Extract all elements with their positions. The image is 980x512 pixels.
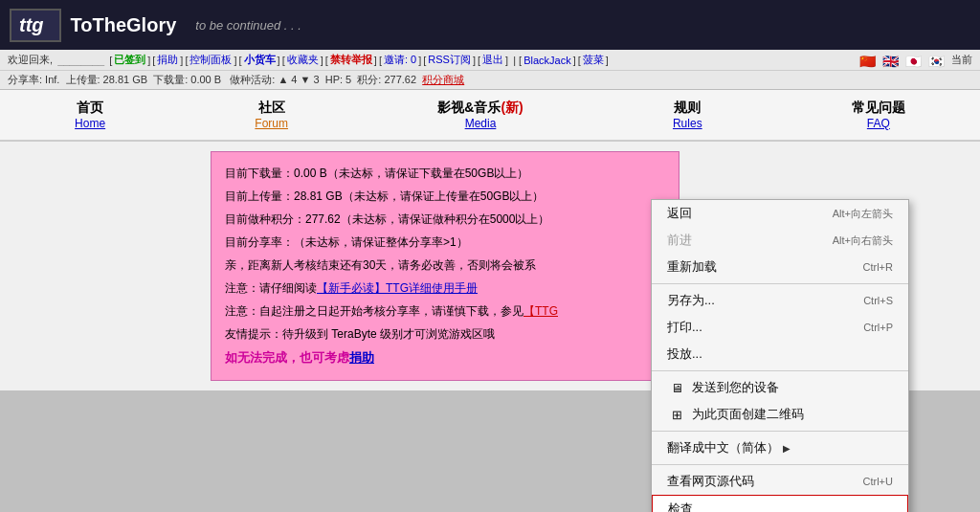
sep: ] xyxy=(473,55,476,66)
ctx-save[interactable]: 另存为... Ctrl+S xyxy=(652,287,908,314)
ctx-qr[interactable]: ⊞ 为此页面创建二维码 xyxy=(652,401,908,428)
nav-media[interactable]: 影视&音乐(新) Media xyxy=(418,96,542,134)
ctx-inspect[interactable]: 检查 xyxy=(652,495,908,512)
notice-line-1: 目前下载量：0.00 B（未达标，请保证下载量在50GB以上） xyxy=(225,162,665,185)
rss-link[interactable]: RSS订阅 xyxy=(428,53,471,67)
sep: [ xyxy=(239,55,242,66)
topnav: 欢迎回来, ________ [ 已签到 ] [ 捐助 ] [ 控制面板 ] [… xyxy=(0,50,980,71)
notice-line-3: 目前做种积分：277.62（未达标，请保证做种积分在5000以上） xyxy=(225,208,665,231)
nav-forum-en: Forum xyxy=(255,117,288,130)
nav-home-cn: 首页 xyxy=(75,100,105,117)
nav-home[interactable]: 首页 Home xyxy=(56,96,124,134)
notice-line-7: 注意：自起注册之日起开始考核分享率，请谨慎下载，参见【TTG xyxy=(225,300,665,323)
sep: [ xyxy=(325,55,328,66)
translate-arrow: ▶ xyxy=(783,443,791,454)
logo-box: ttg xyxy=(10,9,61,42)
share-info: 分享率: Inf. 上传量: 28.81 GB 下载量: 0.00 B 做种活动… xyxy=(8,74,422,85)
flag-kr[interactable]: 🇰🇷 xyxy=(928,54,947,67)
panel-link[interactable]: 控制面板 xyxy=(189,53,232,67)
username: ________ xyxy=(55,55,107,66)
sep: [ xyxy=(423,55,426,66)
sep: ] xyxy=(180,55,183,66)
ctx-back[interactable]: 返回 Alt+向左箭头 xyxy=(652,200,908,227)
ctx-reload[interactable]: 重新加载 Ctrl+R xyxy=(652,254,908,280)
ctx-translate[interactable]: 翻译成中文（简体）▶ xyxy=(652,434,908,461)
report-link[interactable]: 禁转举报 xyxy=(330,53,372,67)
sep: ] xyxy=(278,55,280,66)
nav-rules[interactable]: 规则 Rules xyxy=(654,96,722,134)
ctx-forward: 前进 Alt+向右箭头 xyxy=(652,227,908,254)
logout-link[interactable]: 退出 xyxy=(482,53,503,67)
ctx-cast-label: 投放... xyxy=(667,345,893,363)
context-menu: 返回 Alt+向左箭头 前进 Alt+向右箭头 重新加载 Ctrl+R 另存为.… xyxy=(651,199,909,512)
ttg-link[interactable]: 【TTG xyxy=(523,304,558,318)
qr-icon: ⊞ xyxy=(667,408,686,422)
ctx-qr-label: 为此页面创建二维码 xyxy=(692,406,893,423)
ctx-cast[interactable]: 投放... xyxy=(652,341,908,367)
flag-extra: 当前 xyxy=(951,53,972,67)
ctx-save-shortcut: Ctrl+S xyxy=(863,295,893,306)
ctx-back-label: 返回 xyxy=(667,205,833,222)
sep: ] xyxy=(606,55,609,66)
ctx-view-source[interactable]: 查看网页源代码 Ctrl+U xyxy=(652,468,908,495)
ctx-forward-shortcut: Alt+向右箭头 xyxy=(833,234,893,248)
sep: ] xyxy=(418,55,421,66)
ctx-sep-2 xyxy=(652,370,908,371)
flags: 🇨🇳 🇬🇧 🇯🇵 🇰🇷 当前 xyxy=(859,53,972,67)
header: ttg ToTheGlory to be continued . . . xyxy=(0,0,980,50)
sep: [ xyxy=(379,55,382,66)
sep: [ xyxy=(185,55,188,66)
nav-forum[interactable]: 社区 Forum xyxy=(235,96,307,134)
notice-box: 目前下载量：0.00 B（未达标，请保证下载量在50GB以上） 目前上传量：28… xyxy=(211,151,679,381)
ctx-print[interactable]: 打印... Ctrl+P xyxy=(652,314,908,341)
donate-notice-link[interactable]: 捐助 xyxy=(349,350,374,365)
flag-gb[interactable]: 🇬🇧 xyxy=(882,54,902,67)
sep: [ xyxy=(478,55,480,66)
ctx-reload-label: 重新加载 xyxy=(667,258,863,276)
nav-rules-en: Rules xyxy=(673,117,702,130)
notice-line-9: 如无法完成，也可考虑捐助 xyxy=(225,345,665,370)
invite-link[interactable]: 邀请: 0 xyxy=(384,53,416,67)
flag-jp[interactable]: 🇯🇵 xyxy=(905,54,924,67)
donate-link[interactable]: 捐助 xyxy=(157,53,178,67)
ctx-reload-shortcut: Ctrl+R xyxy=(863,261,893,273)
logo-ttg: ttg xyxy=(19,14,44,36)
ctx-view-source-label: 查看网页源代码 xyxy=(667,473,863,490)
sep: ] xyxy=(374,55,377,66)
flag-cn[interactable]: 🇨🇳 xyxy=(859,54,879,67)
blackjack-link[interactable]: BlackJack xyxy=(523,55,571,66)
nav-forum-cn: 社区 xyxy=(255,100,288,117)
ctx-print-shortcut: Ctrl+P xyxy=(863,322,893,333)
ctx-send-device-label: 发送到您的设备 xyxy=(692,379,893,396)
sep: [ xyxy=(578,55,581,66)
nav-faq[interactable]: 常见问题 FAQ xyxy=(833,96,924,134)
nav-faq-en: FAQ xyxy=(852,117,905,130)
fav-link[interactable]: 收藏夹 xyxy=(287,53,319,67)
bocai-link[interactable]: 菠菜 xyxy=(583,53,604,67)
sep: ] xyxy=(505,55,508,66)
ctx-back-shortcut: Alt+向左箭头 xyxy=(833,207,893,221)
notice-line-2: 目前上传量：28.81 GB（未达标，请保证上传量在50GB以上） xyxy=(225,185,665,208)
welcome-text: 欢迎回来, xyxy=(8,53,53,67)
sep: [ xyxy=(282,55,285,66)
nav-faq-cn: 常见问题 xyxy=(852,100,905,117)
sep: ] xyxy=(147,55,150,66)
ctx-send-device[interactable]: 🖥 发送到您的设备 xyxy=(652,374,908,401)
tagline: to be continued . . . xyxy=(195,18,301,33)
ctx-sep-1 xyxy=(652,283,908,284)
sep: | [ xyxy=(510,55,522,66)
monitor-icon: 🖥 xyxy=(667,381,686,395)
left-panel xyxy=(0,142,201,390)
mainnav: 首页 Home 社区 Forum 影视&音乐(新) Media 规则 Rules… xyxy=(0,90,980,142)
infobar: 分享率: Inf. 上传量: 28.81 GB 下载量: 0.00 B 做种活动… xyxy=(0,71,980,90)
ctx-save-label: 另存为... xyxy=(667,292,863,309)
sep: [ xyxy=(152,55,155,66)
signed-in-link[interactable]: 已签到 xyxy=(114,53,145,67)
nav-media-en: Media xyxy=(437,117,523,130)
ctx-forward-label: 前进 xyxy=(667,232,833,249)
notice-line-6: 注意：请仔细阅读【新手必读】TTG详细使用手册 xyxy=(225,277,665,300)
cart-link[interactable]: 小货车 xyxy=(244,53,276,67)
pts-shop-link[interactable]: 积分商城 xyxy=(422,74,464,85)
newbie-link[interactable]: 【新手必读】TTG详细使用手册 xyxy=(317,281,478,295)
nav-rules-cn: 规则 xyxy=(673,100,702,117)
